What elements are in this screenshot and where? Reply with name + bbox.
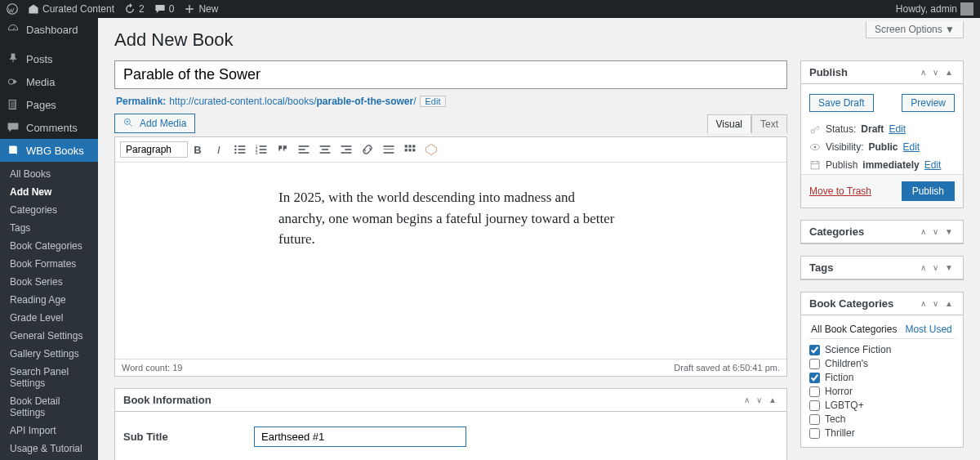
sidebar-item-posts[interactable]: Posts — [0, 47, 98, 70]
category-thriller[interactable]: Thriller — [809, 427, 955, 439]
page-title: Add New Book — [114, 29, 964, 51]
submenu-item-search-panel-settings[interactable]: Search Panel Settings — [0, 363, 98, 392]
add-media-button[interactable]: Add Media — [114, 114, 195, 133]
svg-rect-23 — [341, 145, 352, 147]
submenu-item-general-settings[interactable]: General Settings — [0, 327, 98, 345]
save-draft-button[interactable]: Save Draft — [809, 94, 874, 112]
submenu-item-all-books[interactable]: All Books — [0, 165, 98, 183]
order-up-icon[interactable]: ∧ — [919, 297, 928, 310]
submenu-item-book-formates[interactable]: Book Formates — [0, 255, 98, 273]
svg-rect-19 — [299, 152, 310, 154]
submenu-item-api-import[interactable]: API Import — [0, 422, 98, 440]
category-lgbtq-[interactable]: LGBTQ+ — [809, 400, 955, 411]
ul-button[interactable] — [231, 141, 249, 159]
toggle-icon[interactable]: ▲ — [767, 394, 778, 406]
category-fiction[interactable]: Fiction — [809, 372, 955, 383]
svg-rect-14 — [260, 149, 267, 150]
category-horror[interactable]: Horror — [809, 386, 955, 397]
submenu-item-grade-level[interactable]: Grade Level — [0, 309, 98, 327]
sidebar-item-dashboard[interactable]: Dashboard — [0, 18, 98, 41]
new-link[interactable]: New — [184, 3, 218, 15]
comments-link[interactable]: 0 — [154, 3, 175, 15]
tab-most-used[interactable]: Most Used — [905, 324, 951, 335]
category-children-s[interactable]: Children's — [809, 358, 955, 369]
align-right-button[interactable] — [337, 141, 355, 159]
permalink-label: Permalink: — [116, 96, 166, 107]
submenu-item-gallery-settings[interactable]: Gallery Settings — [0, 345, 98, 363]
permalink-slash[interactable]: / — [413, 96, 416, 107]
format-select[interactable]: Paragraph — [120, 141, 188, 158]
svg-rect-17 — [299, 145, 310, 147]
category-tech[interactable]: Tech — [809, 413, 955, 425]
bold-button[interactable]: B — [189, 141, 207, 159]
categories-box: Categories ∧∨▼ — [800, 220, 964, 244]
sidebar-item-wbg-books[interactable]: WBG Books — [0, 139, 98, 162]
screen-options-toggle[interactable]: Screen Options ▼ — [866, 21, 964, 38]
toggle-icon[interactable]: ▼ — [943, 226, 955, 238]
align-center-button[interactable] — [316, 141, 334, 159]
submenu-item-reading-age[interactable]: Reading Age — [0, 291, 98, 309]
submenu-item-categories[interactable]: Categories — [0, 201, 98, 219]
order-up-icon[interactable]: ∧ — [919, 226, 928, 238]
italic-button[interactable]: I — [210, 141, 228, 159]
site-link[interactable]: Curated Content — [28, 3, 114, 15]
category-science-fiction[interactable]: Science Fiction — [809, 344, 955, 355]
submenu-item-usage-tutorial[interactable]: Usage & Tutorial — [0, 440, 98, 458]
align-left-button[interactable] — [295, 141, 313, 159]
order-down-icon[interactable]: ∨ — [931, 297, 940, 310]
tab-all-categories[interactable]: All Book Categories — [811, 324, 897, 335]
svg-text:3: 3 — [256, 151, 258, 155]
submenu-item-book-detail-settings[interactable]: Book Detail Settings — [0, 392, 98, 422]
edit-status-link[interactable]: Edit — [889, 123, 906, 135]
submenu-item-book-categories[interactable]: Book Categories — [0, 237, 98, 255]
book-categories-heading: Book Categories — [809, 297, 893, 310]
link-button[interactable] — [359, 141, 376, 159]
subtitle-label: Sub Title — [123, 431, 238, 443]
order-down-icon[interactable]: ∨ — [931, 66, 940, 78]
word-count: 19 — [172, 363, 182, 373]
publish-button[interactable]: Publish — [902, 181, 955, 201]
permalink-base[interactable]: http://curated-content.local/books/ — [169, 96, 316, 107]
edit-visibility-link[interactable]: Edit — [902, 141, 920, 153]
svg-rect-24 — [345, 149, 351, 150]
ol-button[interactable]: 123 — [252, 141, 270, 159]
toggle-icon[interactable]: ▲ — [943, 66, 955, 78]
submenu-item-book-series[interactable]: Book Series — [0, 273, 98, 291]
more-button[interactable] — [380, 141, 398, 159]
tab-text[interactable]: Text — [751, 114, 787, 133]
toggle-icon[interactable]: ▼ — [943, 261, 955, 274]
editor-content[interactable]: In 2025, with the world descending into … — [115, 163, 786, 359]
order-up-icon[interactable]: ∧ — [919, 66, 928, 78]
order-down-icon[interactable]: ∨ — [755, 394, 764, 406]
tags-box: Tags ∧∨▼ — [800, 256, 964, 280]
order-down-icon[interactable]: ∨ — [931, 261, 940, 274]
sidebar-item-media[interactable]: Media — [0, 70, 98, 93]
comments-count: 0 — [169, 3, 175, 15]
account-link[interactable]: Howdy, admin — [896, 2, 973, 16]
eye-icon — [809, 141, 821, 153]
updates-link[interactable]: 2 — [124, 3, 145, 15]
sidebar-item-pages[interactable]: Pages — [0, 93, 98, 116]
toggle-icon[interactable]: ▲ — [943, 297, 955, 310]
order-up-icon[interactable]: ∧ — [919, 261, 928, 274]
submenu-item-add-new[interactable]: Add New — [0, 183, 98, 201]
tab-visual[interactable]: Visual — [707, 114, 751, 133]
svg-rect-32 — [405, 149, 408, 151]
svg-rect-25 — [341, 152, 352, 154]
submenu-item-tags[interactable]: Tags — [0, 219, 98, 237]
permalink-edit-button[interactable]: Edit — [420, 96, 447, 107]
edit-publish-link[interactable]: Edit — [924, 159, 942, 171]
wp-logo[interactable] — [7, 3, 18, 15]
order-down-icon[interactable]: ∨ — [931, 226, 940, 238]
title-input[interactable] — [114, 60, 787, 89]
extra-icon[interactable] — [422, 141, 440, 159]
permalink-slug[interactable]: parable-of-the-sower — [316, 96, 413, 107]
kitchen-sink-button[interactable] — [401, 141, 419, 159]
new-label: New — [198, 3, 218, 15]
move-to-trash-link[interactable]: Move to Trash — [809, 185, 871, 197]
quote-button[interactable] — [274, 141, 292, 159]
subtitle-input[interactable] — [254, 427, 466, 447]
sidebar-item-comments[interactable]: Comments — [0, 116, 98, 139]
preview-button[interactable]: Preview — [902, 94, 955, 112]
order-up-icon[interactable]: ∧ — [742, 394, 751, 406]
